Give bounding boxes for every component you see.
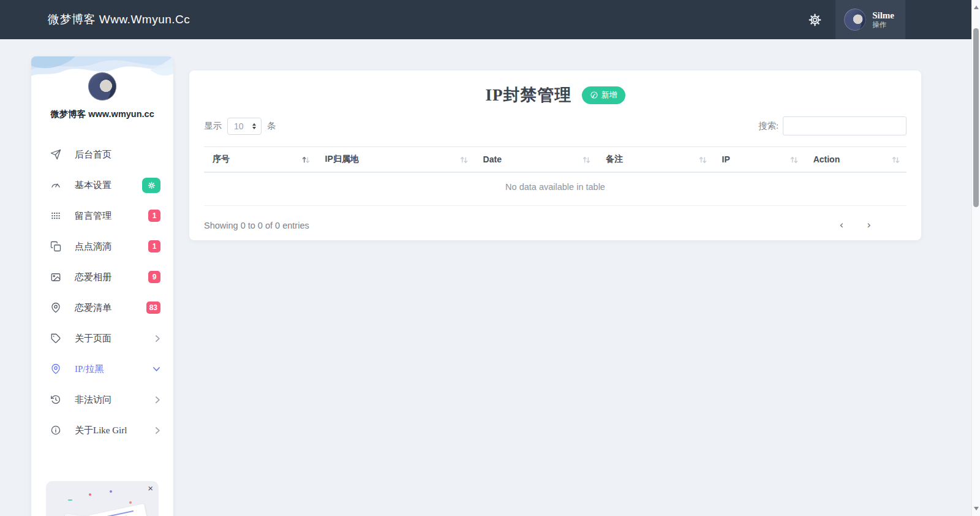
paper-illustration bbox=[89, 504, 150, 516]
page-length-control: 显示 10 条 bbox=[204, 118, 276, 135]
count-badge: 1 bbox=[148, 210, 160, 222]
column-header-ip[interactable]: IP bbox=[714, 147, 805, 173]
sort-icon bbox=[301, 154, 311, 164]
scrollbar-up-arrow[interactable] bbox=[974, 6, 979, 9]
browser-scrollbar bbox=[971, 0, 980, 516]
history-icon bbox=[50, 394, 61, 405]
top-navbar: 微梦博客 Www.Wmyun.Cc Silme 操作 bbox=[0, 0, 980, 39]
gear-icon bbox=[808, 13, 822, 27]
sort-icon bbox=[891, 154, 900, 164]
column-header-date[interactable]: Date bbox=[475, 147, 598, 173]
count-badge: 1 bbox=[148, 240, 160, 252]
site-avatar bbox=[88, 72, 116, 101]
pagination: ‹ › bbox=[835, 219, 875, 232]
sidebar-menu: 后台首页 基本设置 留言管理 bbox=[31, 139, 173, 446]
table-info: Showing 0 to 0 of 0 entries bbox=[204, 221, 309, 230]
decor-dash bbox=[68, 499, 72, 501]
gauge-icon bbox=[50, 180, 61, 191]
promo-card: × bbox=[46, 481, 159, 516]
decor-dot bbox=[129, 501, 132, 504]
prev-page-button[interactable]: ‹ bbox=[835, 219, 847, 232]
user-avatar bbox=[844, 9, 866, 31]
gear-icon bbox=[148, 181, 156, 189]
empty-message: No data available in table bbox=[204, 172, 907, 206]
chevron-down-icon bbox=[153, 366, 160, 372]
user-role: 操作 bbox=[872, 21, 894, 29]
map-pin-icon bbox=[50, 363, 61, 374]
sort-icon bbox=[459, 154, 469, 164]
site-name: 微梦博客 www.wmyun.cc bbox=[31, 108, 173, 120]
decor-dot bbox=[89, 493, 91, 496]
close-icon[interactable]: × bbox=[148, 484, 153, 493]
sort-icon bbox=[582, 154, 591, 164]
sort-icon bbox=[698, 154, 707, 164]
send-icon bbox=[50, 149, 61, 160]
count-badge: 9 bbox=[148, 271, 160, 283]
sidebar-item-moments[interactable]: 点点滴滴 1 bbox=[31, 231, 173, 262]
info-icon bbox=[50, 425, 61, 436]
column-header-index[interactable]: 序号 bbox=[204, 147, 317, 173]
settings-badge bbox=[142, 178, 160, 193]
search-control: 搜索: bbox=[758, 116, 907, 135]
tag-icon bbox=[50, 333, 61, 344]
sort-icon bbox=[790, 154, 799, 164]
search-label: 搜索: bbox=[758, 120, 778, 132]
ip-ban-card: IP封禁管理 新增 显示 10 条 搜索: bbox=[189, 70, 921, 240]
column-header-remark[interactable]: 备注 bbox=[597, 147, 713, 173]
next-page-button[interactable]: › bbox=[863, 219, 875, 232]
sidebar-item-love-list[interactable]: 恋爱清单 83 bbox=[31, 292, 173, 323]
edit-icon bbox=[590, 91, 598, 99]
pages-icon bbox=[50, 241, 61, 252]
sidebar: 微梦博客 www.wmyun.cc 后台首页 基本设置 bbox=[31, 56, 173, 516]
sidebar-item-about-likegirl[interactable]: 关于Like Girl bbox=[31, 415, 173, 446]
chevron-right-icon bbox=[155, 396, 160, 404]
map-pin-icon bbox=[50, 302, 61, 313]
sidebar-item-illegal-access[interactable]: 非法访问 bbox=[31, 384, 173, 415]
page-length-select[interactable]: 10 bbox=[227, 118, 262, 135]
sidebar-item-love-album[interactable]: 恋爱相册 9 bbox=[31, 262, 173, 292]
user-menu[interactable]: Silme 操作 bbox=[835, 0, 905, 39]
photos-icon bbox=[50, 271, 61, 283]
user-name: Silme bbox=[872, 10, 894, 21]
decor-dot bbox=[110, 490, 112, 493]
chevron-right-icon bbox=[155, 335, 160, 343]
column-header-action[interactable]: Action bbox=[805, 147, 907, 173]
column-header-ip-location[interactable]: IP归属地 bbox=[317, 147, 475, 173]
chevron-right-icon bbox=[155, 427, 160, 434]
grid-dots-icon bbox=[50, 210, 61, 221]
scrollbar-down-arrow[interactable] bbox=[974, 507, 979, 510]
sidebar-item-basic-settings[interactable]: 基本设置 bbox=[31, 170, 173, 200]
settings-button[interactable] bbox=[802, 7, 827, 32]
scrollbar-thumb[interactable] bbox=[973, 28, 979, 207]
select-arrows-icon bbox=[252, 123, 256, 129]
sidebar-item-about-page[interactable]: 关于页面 bbox=[31, 323, 173, 354]
search-input[interactable] bbox=[783, 116, 907, 135]
ip-ban-table: 序号 IP归属地 Date 备注 IP bbox=[204, 146, 907, 206]
count-badge: 83 bbox=[146, 302, 160, 314]
page-title: IP封禁管理 bbox=[486, 85, 572, 105]
navbar-actions: Silme 操作 bbox=[802, 0, 905, 39]
table-empty-row: No data available in table bbox=[204, 172, 907, 206]
add-button[interactable]: 新增 bbox=[582, 86, 625, 104]
app-title: 微梦博客 Www.Wmyun.Cc bbox=[48, 12, 190, 28]
sidebar-item-ip-blacklist[interactable]: IP/拉黑 bbox=[31, 354, 173, 384]
sidebar-item-dashboard[interactable]: 后台首页 bbox=[31, 139, 173, 170]
sidebar-item-comments[interactable]: 留言管理 1 bbox=[31, 200, 173, 231]
